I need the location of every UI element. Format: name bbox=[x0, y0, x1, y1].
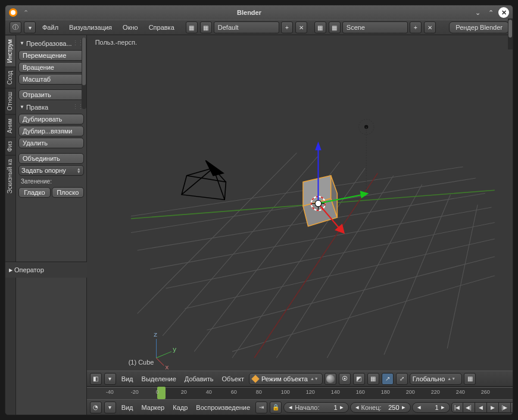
join-button[interactable]: Объединить bbox=[18, 153, 84, 164]
tl-menu-marker[interactable]: Маркер bbox=[138, 402, 168, 413]
jump-start-button[interactable]: |◀ bbox=[451, 402, 463, 413]
info-header: ⓘ ▾ Файл Визуализация Окно Справка ▦ ▦ D… bbox=[5, 20, 513, 35]
range-icon[interactable]: ⇥ bbox=[255, 402, 267, 413]
svg-line-20 bbox=[182, 168, 213, 195]
shade-up-icon[interactable]: ⌃ bbox=[23, 9, 29, 17]
tab-create[interactable]: Созд bbox=[5, 67, 15, 88]
scene-browse-icon[interactable]: ▦ bbox=[314, 21, 326, 33]
set-origin-select[interactable]: Задать опорну▲▼ bbox=[18, 165, 84, 176]
maximize-button[interactable]: ⌃ bbox=[485, 7, 496, 18]
tab-anim[interactable]: Аним bbox=[5, 114, 15, 137]
play-button[interactable]: ▶ bbox=[487, 402, 499, 413]
svg-line-41 bbox=[156, 351, 171, 358]
scale-button[interactable]: Масштаб bbox=[18, 74, 84, 85]
next-key-button[interactable]: |▶ bbox=[499, 402, 511, 413]
active-object-label: (1) Cube bbox=[129, 359, 154, 366]
playback-controls: |◀ ◀| ◀ ▶ |▶ ▶| bbox=[451, 402, 513, 413]
tab-physics[interactable]: Физ bbox=[5, 137, 15, 155]
manipulator-toggle[interactable]: ↗ bbox=[382, 373, 394, 385]
svg-line-43 bbox=[156, 358, 164, 366]
scrollbar[interactable] bbox=[82, 38, 86, 109]
lock-icon[interactable]: 🔒 bbox=[270, 402, 282, 413]
svg-marker-35 bbox=[360, 191, 369, 198]
close-button[interactable]: ✕ bbox=[498, 7, 509, 18]
vp-menu-add[interactable]: Добавить bbox=[181, 374, 217, 384]
shading-select[interactable] bbox=[324, 373, 336, 385]
layout-name-field[interactable]: Default bbox=[214, 21, 279, 33]
tl-menu-frame[interactable]: Кадр bbox=[169, 402, 191, 413]
tab-tools[interactable]: Инструм bbox=[5, 35, 15, 67]
panel-transform-header[interactable]: ▼Преобразова...⋮⋮ bbox=[18, 38, 84, 49]
pivot-icon[interactable]: ⦿ bbox=[339, 373, 351, 385]
rotate-button[interactable]: Вращение bbox=[18, 62, 84, 73]
jump-end-button[interactable]: ▶| bbox=[511, 402, 513, 413]
window-title: Blender bbox=[29, 9, 470, 16]
collapse-icon[interactable]: ▾ bbox=[104, 373, 116, 385]
pivot-2-icon[interactable]: ◩ bbox=[353, 373, 365, 385]
vp-menu-view[interactable]: Вид bbox=[118, 374, 137, 384]
vp-menu-select[interactable]: Выделение bbox=[138, 374, 180, 384]
tl-menu-view[interactable]: Вид bbox=[118, 402, 137, 413]
tl-menu-playback[interactable]: Воспроизведение bbox=[192, 402, 254, 413]
panel-edit-header[interactable]: ▼Правка⋮⋮ bbox=[18, 101, 84, 113]
scene-add-button[interactable]: + bbox=[410, 21, 422, 33]
tl-collapse-icon[interactable]: ▾ bbox=[104, 402, 116, 413]
viewport-header: ◧ ▾ Вид Выделение Добавить Объект Режим … bbox=[87, 371, 513, 386]
3d-viewport[interactable]: Польз.-персп. + bbox=[87, 35, 513, 371]
duplicate-linked-button[interactable]: Дублир...вязями bbox=[18, 126, 84, 136]
svg-line-13 bbox=[447, 205, 478, 349]
timeline-tick: 100 bbox=[281, 389, 290, 395]
layout-browse-2-icon[interactable]: ▦ bbox=[200, 21, 212, 33]
orientation-select[interactable]: Глобально▲▼ bbox=[410, 373, 462, 385]
timeline-tick: 20 bbox=[181, 389, 187, 395]
timeline-tick: 180 bbox=[381, 389, 390, 395]
menu-file[interactable]: Файл bbox=[38, 22, 63, 33]
tab-relations[interactable]: Отнош bbox=[5, 88, 15, 114]
timeline-ruler[interactable]: -40-200204060801001201401601802002202402… bbox=[87, 386, 513, 399]
tab-gpencil[interactable]: Эскизный ка bbox=[5, 155, 15, 197]
svg-marker-33 bbox=[315, 141, 322, 150]
delete-button[interactable]: Удалить bbox=[18, 138, 84, 148]
layout-browse-icon[interactable]: ▦ bbox=[186, 21, 198, 33]
scene-del-button[interactable]: ✕ bbox=[424, 21, 436, 33]
layers-icon[interactable]: ▦ bbox=[367, 373, 379, 385]
timeline-tick: -40 bbox=[106, 389, 114, 395]
end-frame-field[interactable]: ◂Конец:250▸ bbox=[350, 402, 411, 413]
prev-key-button[interactable]: ◀| bbox=[463, 402, 475, 413]
duplicate-button[interactable]: Дублировать bbox=[18, 114, 84, 125]
timeline-tick: 240 bbox=[456, 389, 465, 395]
svg-point-23 bbox=[364, 125, 368, 129]
scene-browse-2-icon[interactable]: ▦ bbox=[329, 21, 341, 33]
timeline-tick: 140 bbox=[331, 389, 340, 395]
translate-button[interactable]: Перемещение bbox=[18, 50, 84, 61]
shade-flat-button[interactable]: Плоско bbox=[52, 187, 84, 198]
menu-render[interactable]: Визуализация bbox=[64, 22, 117, 33]
center-region: Польз.-персп. + bbox=[87, 35, 513, 415]
manipulator-type-icon[interactable]: ⤢ bbox=[396, 373, 408, 385]
mirror-button[interactable]: Отразить bbox=[18, 89, 84, 100]
menu-help[interactable]: Справка bbox=[144, 22, 179, 33]
svg-line-3 bbox=[185, 239, 495, 309]
collapse-menu-icon[interactable]: ▾ bbox=[24, 21, 36, 33]
play-rev-button[interactable]: ◀ bbox=[475, 402, 487, 413]
render-engine-select[interactable]: Рендер Blender bbox=[449, 21, 509, 33]
svg-line-11 bbox=[327, 185, 422, 358]
timeline-editor-icon[interactable]: ◔ bbox=[90, 402, 102, 413]
current-frame-field[interactable]: ◂1▸ bbox=[412, 402, 450, 413]
scene-name-field[interactable]: Scene bbox=[342, 21, 408, 33]
shade-smooth-button[interactable]: Гладко bbox=[18, 187, 51, 198]
layer-grid-icon[interactable]: ▦ bbox=[464, 373, 476, 385]
vp-menu-object[interactable]: Объект bbox=[218, 374, 247, 384]
mode-select[interactable]: Режим объекта▲▼ bbox=[249, 373, 323, 385]
svg-text:x: x bbox=[165, 363, 168, 371]
start-frame-field[interactable]: ◂Начало:1▸ bbox=[283, 402, 348, 413]
cube-icon bbox=[251, 375, 260, 383]
editor-type-3d-icon[interactable]: ◧ bbox=[90, 373, 102, 385]
operator-header[interactable]: ▶Оператор bbox=[8, 265, 99, 275]
layout-add-button[interactable]: + bbox=[281, 21, 293, 33]
menu-window[interactable]: Окно bbox=[118, 22, 143, 33]
timeline-tick: 220 bbox=[431, 389, 440, 395]
layout-del-button[interactable]: ✕ bbox=[295, 21, 307, 33]
editor-type-icon[interactable]: ⓘ bbox=[10, 21, 21, 33]
minimize-button[interactable]: ⌄ bbox=[472, 7, 483, 18]
